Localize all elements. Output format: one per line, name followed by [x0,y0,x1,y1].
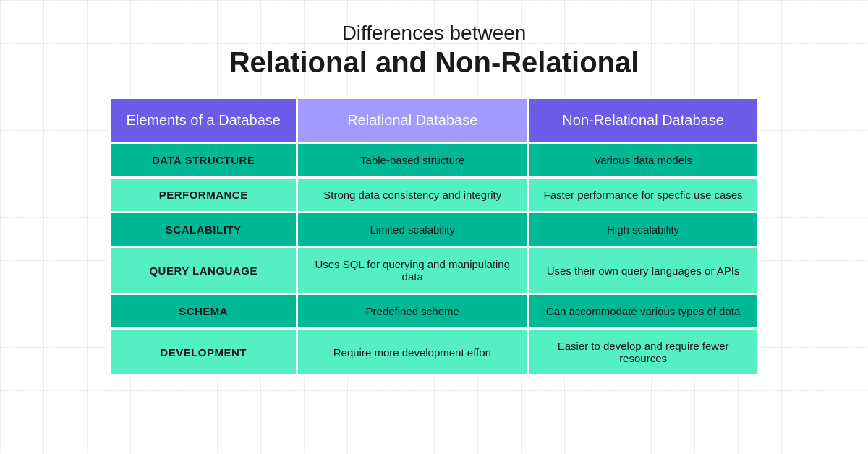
table-row: SCHEMAPredefined schemeCan accommodate v… [110,294,759,329]
cell-nonrelational: High scalability [528,213,759,247]
cell-label: DATA STRUCTURE [110,143,297,178]
title-main: Relational and Non-Relational [229,45,639,80]
header-elements: Elements of a Database [110,98,297,143]
cell-label: DEVELOPMENT [110,329,297,376]
table-row: QUERY LANGUAGEUses SQL for querying and … [110,247,759,294]
cell-label: PERFORMANCE [110,178,297,213]
table-row: DATA STRUCTURETable-based structureVario… [110,143,759,178]
cell-nonrelational: Uses their own query languages or APIs [528,247,759,294]
table-row: DEVELOPMENTRequire more development effo… [110,329,759,376]
cell-nonrelational: Can accommodate various types of data [528,294,759,329]
table-row: SCALABILITYLimited scalabilityHigh scala… [110,213,759,247]
table-header-row: Elements of a Database Relational Databa… [110,98,759,143]
table-row: PERFORMANCEStrong data consistency and i… [110,178,759,213]
cell-relational: Limited scalability [297,213,528,247]
title-subtitle: Differences between [229,22,639,45]
cell-relational: Strong data consistency and integrity [297,178,528,213]
cell-relational: Require more development effort [297,329,528,376]
cell-relational: Uses SQL for querying and manipulating d… [297,247,528,294]
comparison-table: Elements of a Database Relational Databa… [109,97,760,377]
cell-relational: Predefined scheme [297,294,528,329]
main-content: Differences between Relational and Non-R… [0,0,868,391]
cell-label: SCALABILITY [110,213,297,247]
cell-nonrelational: Various data models [528,143,759,178]
cell-label: SCHEMA [110,294,297,329]
cell-relational: Table-based structure [297,143,528,178]
table-body: DATA STRUCTURETable-based structureVario… [110,143,759,376]
header-relational: Relational Database [297,98,528,143]
cell-nonrelational: Easier to develop and require fewer reso… [528,329,759,376]
title-section: Differences between Relational and Non-R… [229,22,639,80]
cell-label: QUERY LANGUAGE [110,247,297,294]
header-nonrelational: Non-Relational Database [528,98,759,143]
cell-nonrelational: Faster performance for specfic use cases [528,178,759,213]
